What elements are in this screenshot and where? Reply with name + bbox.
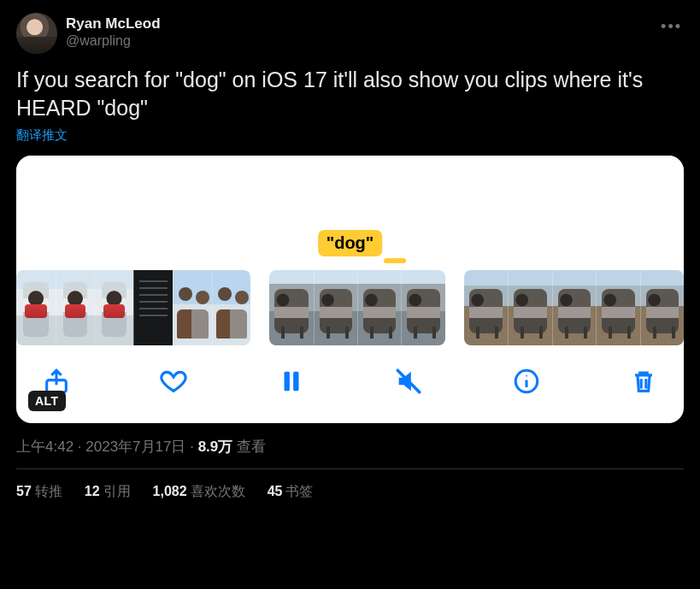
views-count: 8.9万 (198, 439, 233, 455)
post-date[interactable]: 2023年7月17日 (85, 439, 185, 455)
video-frame (314, 270, 357, 345)
post-time[interactable]: 上午4:42 (16, 439, 74, 455)
bookmarks-stat[interactable]: 45书签 (268, 483, 314, 501)
quotes-stat[interactable]: 12引用 (85, 483, 131, 501)
handle: @warpling (66, 32, 161, 50)
video-frame (464, 270, 508, 345)
media-toolbar (16, 348, 684, 423)
author-block[interactable]: Ryan McLeod @warpling (66, 15, 161, 50)
clip-group[interactable] (16, 270, 250, 345)
clip-group[interactable] (464, 270, 684, 345)
svg-rect-2 (293, 372, 298, 392)
tweet-body: If you search for "dog" on iOS 17 it'll … (16, 66, 684, 122)
video-frame (269, 270, 313, 345)
video-frame (552, 270, 596, 345)
views-label: 查看 (232, 439, 266, 455)
alt-badge[interactable]: ALT (28, 391, 66, 411)
search-tag: "dog" (318, 230, 383, 256)
svg-rect-1 (284, 372, 289, 392)
avatar[interactable] (16, 13, 57, 54)
video-frame (94, 270, 133, 345)
video-timeline[interactable] (16, 267, 684, 348)
more-icon[interactable]: ••• (656, 13, 687, 41)
likes-stat[interactable]: 1,082喜欢次数 (153, 483, 245, 501)
search-tag-indicator (384, 258, 406, 263)
video-frame (596, 270, 639, 345)
mute-icon[interactable] (394, 367, 423, 399)
video-frame (133, 270, 173, 345)
tweet-container: Ryan McLeod @warpling ••• If you search … (3, 3, 697, 501)
retweets-stat[interactable]: 57转推 (16, 483, 62, 501)
pause-icon[interactable] (277, 367, 306, 399)
display-name: Ryan McLeod (66, 15, 161, 32)
video-frame (212, 270, 251, 345)
translate-link[interactable]: 翻译推文 (16, 127, 68, 144)
media-top: "dog" (16, 156, 684, 267)
info-icon[interactable] (512, 367, 541, 399)
heart-icon[interactable] (159, 367, 188, 399)
video-frame (16, 270, 56, 345)
video-frame (56, 270, 95, 345)
tweet-header: Ryan McLeod @warpling ••• (16, 13, 684, 54)
svg-point-5 (526, 375, 527, 377)
trash-icon[interactable] (629, 367, 658, 399)
video-frame (640, 270, 684, 345)
clip-group[interactable] (269, 270, 445, 345)
stats-row: 57转推 12引用 1,082喜欢次数 45书签 (16, 469, 684, 501)
video-frame (508, 270, 551, 345)
meta-row: 上午4:42 · 2023年7月17日 · 8.9万 查看 (16, 437, 684, 469)
video-frame (357, 270, 401, 345)
video-frame (401, 270, 444, 345)
media-card[interactable]: "dog" (16, 156, 684, 423)
video-frame (173, 270, 212, 345)
